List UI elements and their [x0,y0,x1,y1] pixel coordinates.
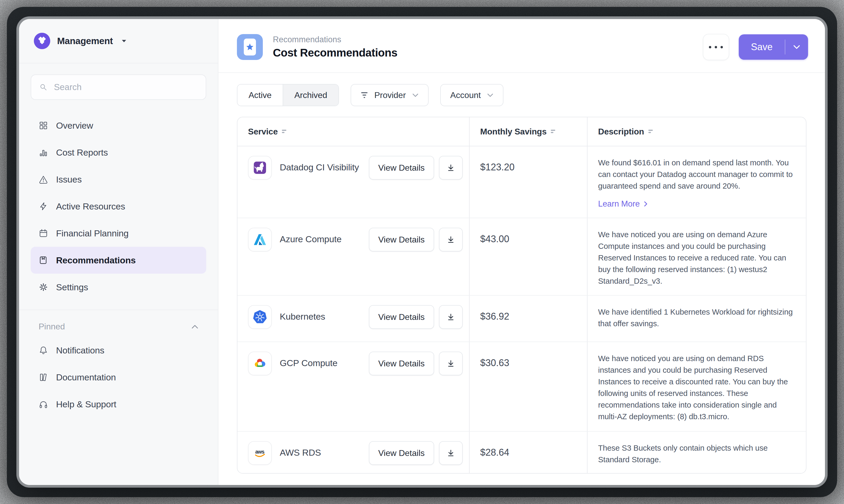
book-icon [39,373,48,382]
sort-icon[interactable] [648,129,654,134]
column-header-description[interactable]: Description [587,117,806,146]
table-body: Datadog CI Visibility View Details $123.… [238,146,806,473]
provider-filter-label: Provider [374,90,406,100]
download-button[interactable] [439,441,463,465]
view-details-button[interactable]: View Details [369,156,434,180]
page-heading: Recommendations Cost Recommendations [273,35,397,59]
star-card-icon [237,34,263,60]
table-row: GCP Compute View Details $30.63 W [238,342,806,432]
aws-icon: aws [248,441,272,465]
sidebar-item-label: Settings [56,282,88,292]
tab-active[interactable]: Active [238,85,283,106]
download-button[interactable] [439,156,463,180]
tab-archived[interactable]: Archived [283,85,339,106]
view-details-button[interactable]: View Details [369,305,434,329]
service-name: GCP Compute [280,352,338,374]
download-button[interactable] [439,305,463,329]
description-text: These S3 Buckets only contain objects wh… [598,444,768,464]
gear-icon [39,282,48,292]
monthly-savings-cell: $123.20 [469,146,587,218]
archive-toggle: Active Archived [237,84,339,106]
lightning-icon [39,201,48,211]
warning-triangle-icon [39,175,48,184]
sidebar-item-label: Overview [56,121,93,131]
breadcrumb: Recommendations [273,35,397,44]
bar-chart-icon [39,148,48,157]
sidebar-item-label: Cost Reports [56,147,108,158]
save-split-button[interactable]: Save [739,34,808,60]
sidebar-item-help-support[interactable]: Help & Support [31,391,206,418]
download-icon [447,449,455,457]
account-filter-button[interactable]: Account [440,84,504,106]
svg-text:aws: aws [255,449,264,455]
view-details-button[interactable]: View Details [369,441,434,465]
sidebar-item-active-resources[interactable]: Active Resources [31,193,206,220]
pinned-section-header[interactable]: Pinned [19,310,218,334]
monthly-savings-cell: $43.00 [469,218,587,295]
sidebar-item-label: Notifications [56,345,104,356]
row-actions: View Details [369,305,463,329]
page-title: Cost Recommendations [273,47,397,59]
search-box[interactable] [31,74,206,100]
azure-icon [248,228,272,251]
download-icon [447,360,455,367]
column-label: Description [598,127,644,137]
gcp-icon [248,352,272,375]
description-text: We have noticed you are using on demand … [598,230,786,285]
account-filter-label: Account [450,90,481,100]
sidebar-item-settings[interactable]: Settings [31,274,206,301]
pinned-label: Pinned [39,322,65,331]
description-text: We have identified 1 Kubernetes Workload… [598,307,793,328]
provider-filter-button[interactable]: Provider [350,84,429,106]
chevron-down-icon[interactable] [785,34,808,60]
sidebar-item-label: Recommendations [56,255,136,266]
download-button[interactable] [439,228,463,251]
service-name: Kubernetes [280,305,325,328]
sidebar-item-recommendations[interactable]: Recommendations [31,247,206,274]
chevron-up-icon[interactable] [191,325,198,329]
column-header-monthly-savings[interactable]: Monthly Savings [469,117,587,146]
column-label: Monthly Savings [480,127,547,137]
download-button[interactable] [439,352,463,375]
header-actions: Save [703,34,808,60]
service-name: AWS RDS [280,441,321,464]
save-button[interactable]: Save [739,34,785,60]
download-icon [447,164,455,172]
service-cell: Datadog CI Visibility View Details [238,146,469,218]
filter-icon [361,92,368,98]
sidebar-item-label: Documentation [56,372,116,382]
more-actions-button[interactable] [703,34,729,60]
column-header-service[interactable]: Service [238,117,469,146]
workspace-switcher[interactable]: Management [19,19,218,64]
sidebar-item-cost-reports[interactable]: Cost Reports [31,139,206,166]
view-details-button[interactable]: View Details [369,228,434,251]
sidebar-item-label: Help & Support [56,399,116,410]
row-actions: View Details [369,228,463,251]
recommendations-table: Service Monthly Savings Description [237,117,807,474]
row-actions: View Details [369,156,463,180]
description-text: We have noticed you are using on demand … [598,354,788,421]
view-details-button[interactable]: View Details [369,352,434,375]
sort-icon[interactable] [551,129,556,134]
main-content: Recommendations Cost Recommendations Sav… [219,19,825,485]
description-cell: We have identified 1 Kubernetes Workload… [587,295,806,342]
sidebar-item-overview[interactable]: Overview [31,112,206,139]
download-icon [447,313,455,321]
sidebar-item-notifications[interactable]: Notifications [31,337,206,364]
monthly-savings-cell: $30.63 [469,342,587,431]
sidebar-item-documentation[interactable]: Documentation [31,364,206,391]
sort-icon[interactable] [282,129,287,134]
column-label: Service [248,127,278,137]
learn-more-link[interactable]: Learn More [598,198,794,210]
table-row: aws AWS RDS View Details [238,432,806,473]
sidebar-item-issues[interactable]: Issues [31,166,206,193]
download-icon [447,236,455,244]
monthly-savings-cell: $28.64 [469,432,587,473]
service-name: Datadog CI Visibility [280,156,359,179]
search-input[interactable] [53,82,198,92]
sidebar-item-financial-planning[interactable]: Financial Planning [31,220,206,247]
table-header-row: Service Monthly Savings Description [238,117,806,146]
service-cell: Azure Compute View Details [238,218,469,295]
headphones-icon [39,399,48,409]
row-actions: View Details [369,441,463,465]
